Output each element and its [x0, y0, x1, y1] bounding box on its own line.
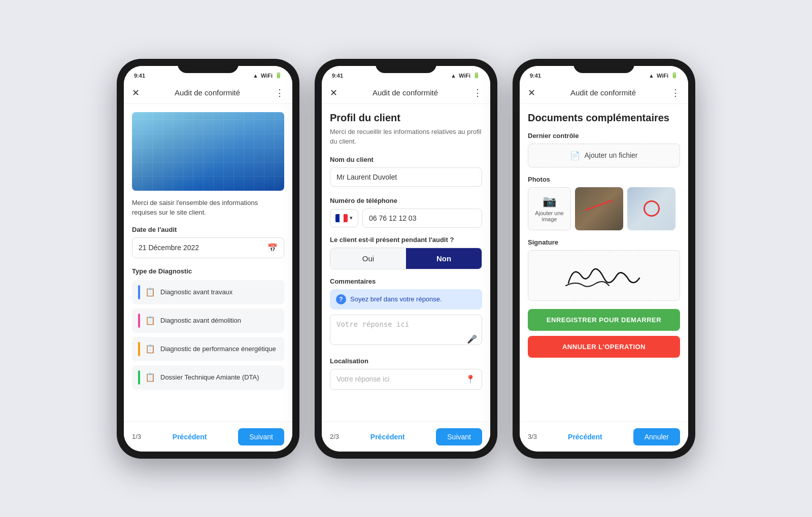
diagnostic-item-2[interactable]: 📋 Diagnostic de performance énergétique: [132, 337, 284, 361]
hint-box: ? Soyez bref dans votre réponse.: [330, 289, 482, 309]
photo-line-overlay: [585, 199, 613, 211]
phone-2-next-button[interactable]: Suivant: [436, 428, 482, 445]
phone-1-inner: 9:41 ▲ WiFi 🔋 ✕ Audit de conformité ⋮ Me…: [124, 66, 292, 452]
diagnostic-item-0[interactable]: 📋 Diagnostic avant travaux: [132, 280, 284, 304]
phone-1-footer: 1/3 Précédent Suivant: [124, 422, 292, 452]
phone-2-header-title: Audit de conformité: [373, 88, 438, 97]
comment-wrapper: 🎤: [330, 315, 482, 349]
date-field[interactable]: 21 Décembre 2022 📅: [132, 237, 284, 258]
add-file-button[interactable]: 📄 Ajouter un fichier: [528, 144, 680, 167]
comment-textarea[interactable]: [330, 315, 482, 345]
toggle-oui-button[interactable]: Oui: [330, 248, 406, 269]
date-value: 21 Décembre 2022: [139, 244, 199, 252]
diagnostic-text-1: Diagnostic avant démolition: [160, 317, 241, 324]
add-photo-button[interactable]: 📷 Ajouter une image: [528, 187, 571, 230]
signal-icon-2: ▲: [451, 73, 456, 79]
phone-3-app-header: ✕ Audit de conformité ⋮: [520, 82, 688, 104]
phone-3-menu-icon[interactable]: ⋮: [671, 87, 680, 98]
enregistrer-button[interactable]: ENREGISTRER POUR DEMARRER: [528, 309, 680, 331]
phone-1-header-title: Audit de conformité: [175, 88, 240, 97]
phone-2-menu-icon[interactable]: ⋮: [473, 87, 482, 98]
diagnostic-icon-3: 📋: [145, 372, 155, 382]
diagnostic-bar-0: [138, 285, 140, 299]
photo-thumb-2[interactable]: [627, 187, 675, 230]
phone-3-cancel-button[interactable]: Annuler: [633, 428, 680, 445]
phone-3-footer: 3/3 Précédent Annuler: [520, 422, 688, 452]
phone-2: 9:41 ▲ WiFi 🔋 ✕ Audit de conformité ⋮ Pr…: [315, 59, 497, 459]
diagnostic-bar-3: [138, 370, 140, 385]
photo-1-bg: [575, 187, 623, 230]
mic-icon[interactable]: 🎤: [467, 334, 477, 344]
phone-1-close-icon[interactable]: ✕: [132, 87, 140, 98]
hero-image: [132, 112, 284, 191]
toggle-non-button[interactable]: Non: [406, 248, 482, 269]
comments-label: Commentaires: [330, 278, 482, 285]
calendar-icon: 📅: [267, 243, 278, 253]
signature-svg: [558, 258, 650, 293]
battery-icon-2: 🔋: [473, 72, 480, 79]
phone-2-page-indicator: 2/3: [330, 433, 339, 440]
battery-icon: 🔋: [275, 72, 282, 79]
signature-box[interactable]: [528, 250, 680, 301]
phone-1-menu-icon[interactable]: ⋮: [275, 87, 284, 98]
phone-input-row: ▾: [330, 209, 482, 228]
file-icon: 📄: [570, 151, 580, 160]
phone-2-section-subtitle: Merci de recueillir les informations rel…: [330, 127, 482, 147]
phone-1: 9:41 ▲ WiFi 🔋 ✕ Audit de conformité ⋮ Me…: [117, 59, 299, 459]
phone-3-section-title: Documents complémentaires: [528, 112, 680, 124]
nom-label: Nom du client: [330, 156, 482, 163]
nom-input[interactable]: [330, 167, 482, 187]
phone-1-next-button[interactable]: Suivant: [238, 428, 284, 445]
status-time-3: 9:41: [530, 73, 541, 79]
annuler-operation-button[interactable]: ANNULER L'OPERATION: [528, 336, 680, 358]
photo-circle-overlay: [644, 200, 660, 217]
location-field[interactable]: Votre réponse ici 📍: [330, 369, 482, 390]
battery-icon-3: 🔋: [671, 72, 678, 79]
add-image-label: Ajouter une image: [528, 210, 570, 222]
status-icons: ▲ WiFi 🔋: [253, 72, 282, 79]
phone-3-inner: 9:41 ▲ WiFi 🔋 ✕ Audit de conformité ⋮ Do…: [520, 66, 688, 452]
phone-3-notch: [573, 59, 634, 73]
photo-2-bg: [627, 187, 675, 230]
phone-2-notch: [376, 59, 436, 73]
tel-field-group: Numéro de téléphone ▾: [330, 197, 482, 228]
add-file-label: Ajouter un fichier: [584, 151, 637, 159]
status-icons-3: ▲ WiFi 🔋: [649, 72, 678, 79]
location-label: Localisation: [330, 357, 482, 365]
present-toggle-group: Oui Non: [330, 248, 482, 269]
hero-grid: [132, 112, 284, 191]
tel-label: Numéro de téléphone: [330, 197, 482, 204]
dernier-controle-label: Dernier contrôle: [528, 132, 680, 140]
wifi-icon-3: WiFi: [657, 73, 668, 79]
status-time-2: 9:41: [332, 73, 343, 79]
diagnostic-list: 📋 Diagnostic avant travaux 📋 Diagnostic …: [132, 280, 284, 390]
location-pin-icon: 📍: [465, 374, 476, 384]
present-field-group: Le client est-il présent pendant l'audit…: [330, 236, 482, 269]
photos-label: Photos: [528, 176, 680, 183]
signal-icon-3: ▲: [649, 73, 654, 79]
diagnostic-item-3[interactable]: 📋 Dossier Technique Amiante (DTA): [132, 365, 284, 390]
tel-input[interactable]: [362, 209, 482, 228]
photo-thumb-1[interactable]: [575, 187, 623, 230]
wifi-icon-2: WiFi: [459, 73, 470, 79]
diagnostic-icon-1: 📋: [145, 316, 155, 325]
phone-3-prev-button[interactable]: Précédent: [557, 428, 614, 445]
phone-2-footer: 2/3 Précédent Suivant: [322, 422, 490, 452]
phone-1-description: Merci de saisir l'ensemble des informati…: [132, 198, 284, 218]
phone-2-close-icon[interactable]: ✕: [330, 87, 337, 98]
phone-1-content: Merci de saisir l'ensemble des informati…: [124, 104, 292, 422]
photos-grid: 📷 Ajouter une image: [528, 187, 680, 230]
flag-selector[interactable]: ▾: [330, 209, 358, 227]
phone-2-prev-button[interactable]: Précédent: [359, 428, 416, 445]
diagnostic-text-2: Diagnostic de performance énergétique: [160, 345, 276, 353]
phone-1-prev-button[interactable]: Précédent: [161, 428, 218, 445]
phone-1-page-indicator: 1/3: [132, 433, 141, 440]
diagnostic-item-1[interactable]: 📋 Diagnostic avant démolition: [132, 308, 284, 333]
hint-text: Soyez bref dans votre réponse.: [350, 295, 442, 303]
signal-icon: ▲: [253, 73, 258, 79]
camera-icon: 📷: [543, 195, 556, 208]
phone-3-close-icon[interactable]: ✕: [528, 87, 535, 98]
phone-3-content: Documents complémentaires Dernier contrô…: [520, 104, 688, 422]
diagnostic-bar-1: [138, 314, 140, 328]
wifi-icon: WiFi: [261, 73, 273, 79]
